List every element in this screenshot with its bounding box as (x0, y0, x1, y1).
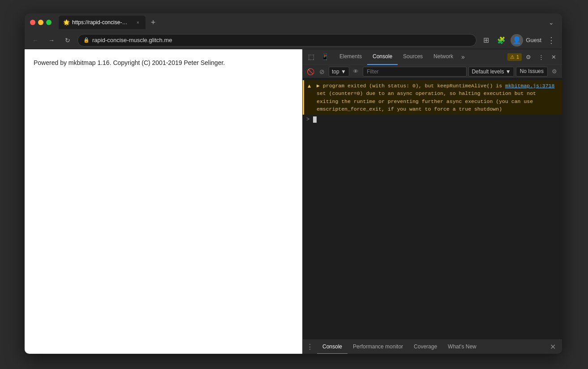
more-tabs-button[interactable]: ⌄ (546, 17, 557, 28)
more-devtools-tabs-button[interactable]: » (459, 51, 468, 62)
minimize-button[interactable] (38, 20, 43, 25)
warning-triangle-icon: ▲ (308, 82, 311, 90)
bottom-bar-close-button[interactable]: ✕ (547, 341, 558, 353)
bottom-tab-whats-new[interactable]: What's New (442, 340, 482, 354)
bottom-tab-performance-monitor[interactable]: Performance monitor (348, 340, 408, 354)
devtools-tabs: Elements Console Sources Network » (334, 49, 506, 65)
filter-input[interactable] (363, 67, 467, 77)
title-bar: 🌟 https://rapid-concise-muscle.g... × + … (25, 13, 562, 31)
warning-icon: ⚠ (510, 54, 515, 60)
warning-message-prefix: ▶ program exited (with status: 0), but k… (317, 83, 505, 89)
tab-console[interactable]: Console (367, 49, 398, 65)
no-issues-button[interactable]: No Issues (516, 67, 548, 77)
log-level-text: Default levels ▼ (472, 69, 511, 75)
prompt-cursor (313, 116, 317, 123)
devtools-toolbar: ⬚ 📱 Elements Console Sources Network » ⚠… (303, 49, 562, 65)
extensions-button[interactable]: 🧩 (495, 34, 507, 46)
url-text: rapid-concise-muscle.glitch.me (92, 37, 471, 43)
warning-line-3: exiting the runtime or preventing furthe… (317, 99, 533, 104)
prompt-arrow-icon: > (306, 116, 309, 123)
tab-network[interactable]: Network (428, 49, 459, 65)
bottom-tab-coverage[interactable]: Coverage (408, 340, 442, 354)
console-warning-message: ▲ ▶ program exited (with status: 0), but… (303, 80, 562, 115)
main-area: Powered by mkbitmap 1.16. Copyright (C) … (25, 49, 562, 354)
context-selector-text: top ▼ (332, 69, 346, 75)
inspect-element-button[interactable]: ⬚ (305, 51, 317, 63)
console-prompt[interactable]: > (303, 115, 562, 124)
customize-chrome-button[interactable]: ⊞ (480, 34, 492, 46)
console-output: ▲ ▶ program exited (with status: 0), but… (303, 78, 562, 339)
profile-icon[interactable]: 👤 (511, 34, 523, 47)
tab-sources[interactable]: Sources (398, 49, 428, 65)
warning-line-2: set (counter=0) due to an async operatio… (317, 90, 536, 96)
page-text: Powered by mkbitmap 1.16. Copyright (C) … (34, 58, 293, 68)
new-tab-button[interactable]: + (147, 17, 159, 28)
context-selector[interactable]: top ▼ (329, 67, 349, 77)
forward-button[interactable]: → (45, 34, 58, 47)
tab-elements[interactable]: Elements (334, 49, 367, 65)
lock-icon: 🔒 (83, 37, 90, 43)
active-tab[interactable]: 🌟 https://rapid-concise-muscle.g... × (59, 16, 146, 29)
tab-url: https://rapid-concise-muscle.g... (72, 19, 130, 26)
tabs-bar: 🌟 https://rapid-concise-muscle.g... × + … (59, 16, 557, 29)
warning-count: 1 (516, 54, 519, 60)
devtools-bottom-bar: ⋮ Console Performance monitor Coverage W… (303, 339, 562, 354)
devtools-close-button[interactable]: ✕ (548, 51, 559, 63)
devtools-more-button[interactable]: ⋮ (535, 51, 547, 63)
tab-close-button[interactable]: × (135, 19, 141, 26)
tab-favicon: 🌟 (63, 19, 69, 26)
browser-window: 🌟 https://rapid-concise-muscle.g... × + … (25, 13, 562, 354)
profile-name: Guest (526, 37, 541, 43)
address-input[interactable]: 🔒 rapid-concise-muscle.glitch.me (77, 34, 476, 47)
console-settings-button[interactable]: ⚙ (549, 67, 559, 77)
bottom-dots-menu[interactable]: ⋮ (306, 343, 313, 351)
chrome-menu-button[interactable]: ⋮ (545, 34, 558, 47)
device-toolbar-button[interactable]: 📱 (319, 51, 330, 63)
profile-area: 👤 Guest (511, 34, 541, 47)
devtools-panel: ⬚ 📱 Elements Console Sources Network » ⚠… (302, 49, 562, 354)
warning-badge[interactable]: ⚠ 1 (507, 53, 522, 61)
close-button[interactable] (30, 20, 35, 25)
clear-console-button[interactable]: 🚫 (305, 67, 315, 77)
block-network-button[interactable]: ⊘ (317, 67, 327, 77)
maximize-button[interactable] (46, 20, 52, 25)
eye-button[interactable]: 👁 (351, 67, 361, 77)
console-toolbar: 🚫 ⊘ top ▼ 👁 Default levels ▼ No Issues ⚙ (303, 65, 562, 78)
log-level-select[interactable]: Default levels ▼ (468, 67, 514, 77)
mkbitmap-link[interactable]: mkbitmap.js:3718 (505, 83, 554, 89)
traffic-lights (30, 20, 52, 25)
back-button[interactable]: ← (29, 34, 42, 47)
address-bar: ← → ↻ 🔒 rapid-concise-muscle.glitch.me ⊞… (25, 31, 562, 49)
devtools-right-icons: ⚠ 1 ⚙ ⋮ ✕ (507, 51, 559, 63)
page-content: Powered by mkbitmap 1.16. Copyright (C) … (25, 49, 302, 354)
warning-line-4: emscripten_force_exit, if you want to fo… (317, 106, 502, 112)
reload-button[interactable]: ↻ (61, 34, 74, 47)
bottom-tab-console[interactable]: Console (317, 340, 348, 354)
devtools-settings-button[interactable]: ⚙ (523, 51, 534, 63)
